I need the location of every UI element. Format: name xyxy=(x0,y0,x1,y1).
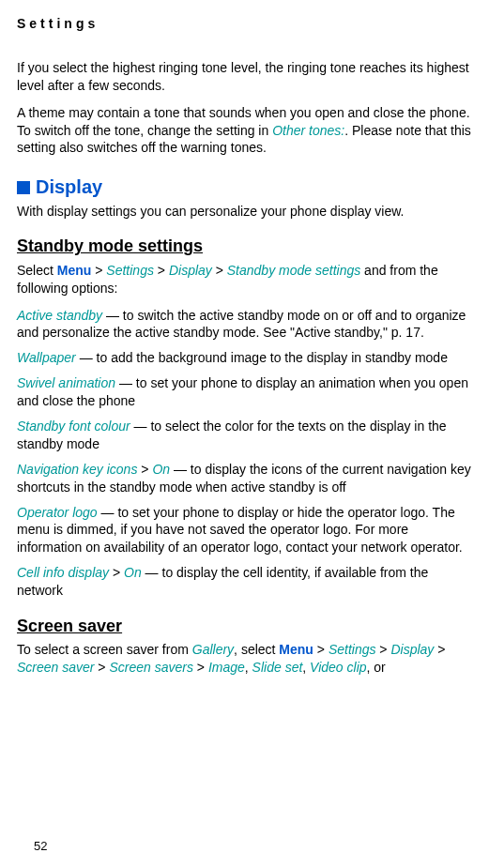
screensaver-subheading: Screen saver xyxy=(17,615,472,637)
standby-subheading: Standby mode settings xyxy=(17,235,472,257)
comma-1: , xyxy=(245,660,252,675)
intro-paragraph-2: A theme may contain a tone that sounds w… xyxy=(17,104,472,158)
swivel-link[interactable]: Swivel animation xyxy=(17,375,115,390)
sep: > xyxy=(193,660,208,675)
display-heading-label: Display xyxy=(36,177,102,198)
settings-path[interactable]: Settings xyxy=(106,263,154,278)
select-prefix: Select xyxy=(17,263,57,278)
nav-icons-link[interactable]: Navigation key icons xyxy=(17,462,137,477)
font-colour-entry: Standby font colour — to select the colo… xyxy=(17,418,472,453)
square-bullet-icon xyxy=(17,181,30,194)
intro-paragraph-1: If you select the highest ringing tone l… xyxy=(17,59,472,95)
sep: > xyxy=(137,462,152,477)
display-section-heading: Display xyxy=(17,174,472,200)
display-path-2[interactable]: Display xyxy=(390,642,434,657)
font-colour-link[interactable]: Standby font colour xyxy=(17,419,130,434)
other-tones-link[interactable]: Other tones: xyxy=(272,123,344,138)
menu-path[interactable]: Menu xyxy=(57,263,92,278)
screensaver-paragraph: To select a screen saver from Gallery, s… xyxy=(17,641,472,677)
sep: > xyxy=(94,660,109,675)
page-header: Settings xyxy=(17,15,472,33)
ss-text-a: To select a screen saver from xyxy=(17,642,192,657)
page-number: 52 xyxy=(34,838,47,855)
active-standby-entry: Active standby — to switch the active st… xyxy=(17,307,472,343)
wallpaper-link[interactable]: Wallpaper xyxy=(17,350,76,365)
screensaver-path[interactable]: Screen saver xyxy=(17,660,94,675)
cell-info-link[interactable]: Cell info display xyxy=(17,565,109,580)
operator-logo-entry: Operator logo — to set your phone to dis… xyxy=(17,504,472,557)
menu-path-2[interactable]: Menu xyxy=(279,642,313,657)
standby-select-path: Select Menu > Settings > Display > Stand… xyxy=(17,262,472,297)
on-link-2[interactable]: On xyxy=(124,565,142,580)
swivel-entry: Swivel animation — to set your phone to … xyxy=(17,374,472,410)
sep: > xyxy=(434,642,445,657)
settings-path-2[interactable]: Settings xyxy=(329,642,376,657)
nav-icons-entry: Navigation key icons > On — to display t… xyxy=(17,461,472,496)
slideset-link[interactable]: Slide set xyxy=(252,660,303,675)
display-path[interactable]: Display xyxy=(169,263,212,278)
standby-path[interactable]: Standby mode settings xyxy=(227,263,360,278)
comma-2: , xyxy=(302,660,310,675)
videoclip-link[interactable]: Video clip xyxy=(310,660,366,675)
ss-text-c: , or xyxy=(367,660,386,675)
active-standby-link[interactable]: Active standby xyxy=(17,308,102,323)
sep: > xyxy=(154,263,169,278)
sep: > xyxy=(375,642,390,657)
display-intro: With display settings you can personaliz… xyxy=(17,203,472,221)
on-link[interactable]: On xyxy=(152,462,170,477)
screensavers-path[interactable]: Screen savers xyxy=(109,660,192,675)
ss-text-b: , select xyxy=(234,642,279,657)
wallpaper-desc: — to add the background image to the dis… xyxy=(76,350,448,365)
image-link[interactable]: Image xyxy=(208,660,245,675)
cell-info-entry: Cell info display > On — to display the … xyxy=(17,564,472,600)
wallpaper-entry: Wallpaper — to add the background image … xyxy=(17,349,472,367)
gallery-link[interactable]: Gallery xyxy=(192,642,234,657)
sep: > xyxy=(212,263,227,278)
sep: > xyxy=(91,263,106,278)
sep: > xyxy=(313,642,329,657)
operator-logo-link[interactable]: Operator logo xyxy=(17,505,98,520)
sep: > xyxy=(109,565,124,580)
